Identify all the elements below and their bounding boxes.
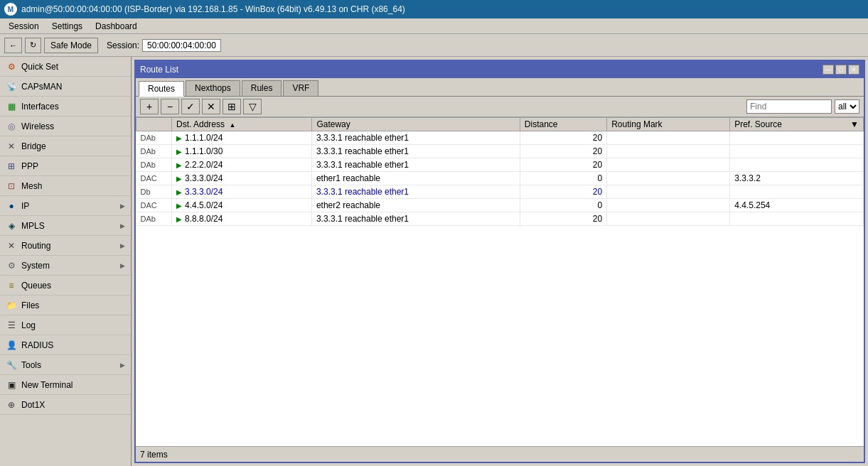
safe-mode-button[interactable]: Safe Mode — [44, 38, 98, 53]
cell-flags: DAC — [136, 172, 172, 185]
find-input[interactable] — [746, 99, 832, 114]
sidebar-label-radius: RADIUS — [21, 340, 53, 350]
cell-pref-source — [730, 145, 864, 158]
newterminal-icon: ▣ — [6, 379, 17, 391]
table-row[interactable]: DAb▶1.1.1.0/243.3.3.1 reachable ether120 — [136, 131, 864, 145]
sidebar-label-queues: Queues — [21, 281, 51, 291]
col-gateway[interactable]: Gateway — [312, 118, 520, 131]
menu-dashboard[interactable]: Dashboard — [90, 20, 143, 33]
sidebar-item-bridge[interactable]: ✕ Bridge — [0, 136, 131, 156]
sidebar-item-files[interactable]: 📁 Files — [0, 296, 131, 315]
route-arrow-icon: ▶ — [176, 202, 182, 210]
tab-nexthops[interactable]: Nexthops — [186, 80, 240, 96]
table-row[interactable]: DAb▶8.8.8.0/243.3.3.1 reachable ether120 — [136, 212, 864, 226]
sidebar-label-system: System — [21, 261, 50, 271]
sidebar-item-mesh[interactable]: ⊡ Mesh — [0, 176, 131, 196]
capsman-icon: 📡 — [6, 81, 17, 92]
table-row[interactable]: DAb▶1.1.1.0/303.3.3.1 reachable ether120 — [136, 145, 864, 158]
find-select[interactable]: all — [835, 99, 859, 114]
sort-icon: ▲ — [229, 121, 235, 129]
dst-address: 1.1.1.0/30 — [185, 146, 223, 156]
disable-button[interactable]: ✕ — [202, 99, 220, 114]
interfaces-icon: ▦ — [6, 101, 17, 112]
sidebar-item-routing[interactable]: ✕ Routing ▶ — [0, 236, 131, 256]
tabs-bar: Routes Nexthops Rules VRF — [136, 78, 864, 97]
tab-routes[interactable]: Routes — [139, 81, 184, 97]
dst-address: 4.4.5.0/24 — [185, 200, 223, 210]
cell-pref-source: 4.4.5.254 — [730, 199, 864, 212]
tab-rules[interactable]: Rules — [242, 80, 282, 96]
dropdown-icon[interactable]: ▼ — [850, 119, 859, 129]
route-arrow-icon: ▶ — [176, 148, 182, 156]
tab-vrf[interactable]: VRF — [283, 80, 318, 96]
col-routing-mark[interactable]: Routing Mark — [607, 118, 730, 131]
menu-bar: Session Settings Dashboard — [0, 18, 868, 34]
table-row[interactable]: DAC▶3.3.3.0/24ether1 reachable03.3.3.2 — [136, 172, 864, 185]
sidebar-label-dot1x: Dot1X — [21, 400, 45, 410]
cell-distance: 20 — [520, 212, 606, 226]
sidebar-item-quick-set[interactable]: ⚙ Quick Set — [0, 57, 131, 77]
cell-dst: ▶2.2.2.0/24 — [172, 158, 312, 171]
menu-session[interactable]: Session — [3, 20, 45, 33]
cell-dst: ▶1.1.1.0/24 — [172, 131, 312, 144]
add-button[interactable]: + — [140, 99, 159, 114]
sidebar-item-ip[interactable]: ● IP ▶ — [0, 196, 131, 216]
status-text: 7 items — [140, 450, 168, 460]
sidebar-item-new-terminal[interactable]: ▣ New Terminal — [0, 375, 131, 395]
cell-gateway: ether2 reachable — [312, 199, 520, 212]
mpls-chevron-icon: ▶ — [120, 222, 125, 229]
back-icon: ← — [9, 41, 17, 50]
sidebar-item-ppp[interactable]: ⊞ PPP — [0, 156, 131, 176]
route-window-title: Route List — [140, 65, 178, 75]
sidebar-item-queues[interactable]: ≡ Queues — [0, 276, 131, 296]
sidebar-item-dot1x[interactable]: ⊕ Dot1X — [0, 395, 131, 415]
sidebar-label-routing: Routing — [21, 241, 50, 251]
table-row[interactable]: DAb▶2.2.2.0/243.3.3.1 reachable ether120 — [136, 158, 864, 172]
remove-button[interactable]: − — [161, 99, 179, 114]
cell-pref-source — [730, 158, 864, 172]
cell-distance: 20 — [520, 145, 606, 158]
radius-icon: 👤 — [6, 340, 17, 351]
mesh-icon: ⊡ — [6, 180, 17, 192]
sidebar-item-radius[interactable]: 👤 RADIUS — [0, 335, 131, 355]
maximize-button[interactable]: □ — [835, 65, 847, 75]
session-value: 50:00:00:04:00:00 — [142, 39, 221, 52]
col-dst[interactable]: Dst. Address ▲ — [172, 118, 312, 131]
sidebar-item-tools[interactable]: 🔧 Tools ▶ — [0, 355, 131, 375]
route-toolbar: + − ✓ ✕ ⊞ ▽ all — [136, 97, 864, 117]
dst-address: 3.3.3.0/24 — [185, 187, 223, 197]
close-button[interactable]: ✕ — [848, 65, 859, 75]
cell-routing-mark — [607, 158, 730, 172]
sidebar: ⚙ Quick Set 📡 CAPsMAN ▦ Interfaces ◎ Wir… — [0, 57, 132, 466]
sidebar-item-capsman[interactable]: 📡 CAPsMAN — [0, 77, 131, 97]
sidebar-item-interfaces[interactable]: ▦ Interfaces — [0, 97, 131, 116]
dot1x-icon: ⊕ — [6, 399, 17, 411]
sidebar-item-mpls[interactable]: ◈ MPLS ▶ — [0, 216, 131, 236]
table-row[interactable]: Db▶3.3.3.0/243.3.3.1 reachable ether120 — [136, 185, 864, 199]
refresh-button[interactable]: ↻ — [25, 38, 41, 53]
tools-icon: 🔧 — [6, 359, 17, 371]
sidebar-label-bridge: Bridge — [21, 141, 46, 151]
sidebar-label-ppp: PPP — [21, 161, 38, 171]
dst-address: 2.2.2.0/24 — [185, 160, 223, 170]
minimize-button[interactable]: — — [823, 65, 834, 75]
back-button[interactable]: ← — [4, 38, 22, 53]
sidebar-item-system[interactable]: ⚙ System ▶ — [0, 256, 131, 276]
sidebar-item-wireless[interactable]: ◎ Wireless — [0, 116, 131, 136]
enable-button[interactable]: ✓ — [181, 99, 200, 114]
sidebar-item-log[interactable]: ☰ Log — [0, 315, 131, 335]
col-distance[interactable]: Distance — [520, 118, 606, 131]
mpls-icon: ◈ — [6, 220, 17, 232]
cell-pref-source: 3.3.3.2 — [730, 172, 864, 185]
copy-button[interactable]: ⊞ — [223, 99, 241, 114]
ppp-icon: ⊞ — [6, 161, 17, 172]
col-pref-source[interactable]: Pref. Source ▼ — [730, 118, 864, 131]
bridge-icon: ✕ — [6, 141, 17, 152]
find-section: all — [746, 99, 859, 114]
filter-button[interactable]: ▽ — [243, 99, 262, 114]
wireless-icon: ◎ — [6, 121, 17, 132]
menu-settings[interactable]: Settings — [46, 20, 88, 33]
table-row[interactable]: DAC▶4.4.5.0/24ether2 reachable04.4.5.254 — [136, 199, 864, 212]
cell-flags: Db — [136, 185, 172, 199]
system-chevron-icon: ▶ — [120, 262, 125, 269]
